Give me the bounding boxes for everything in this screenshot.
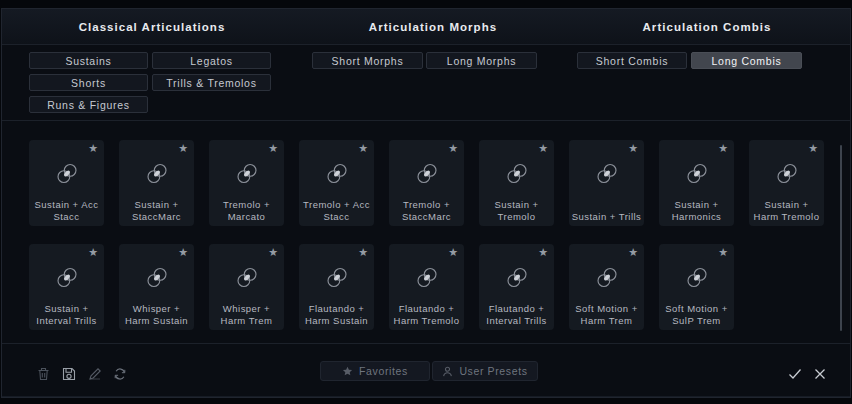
panel-bottom-line — [2, 396, 850, 397]
combi-overlap-circles-icon — [55, 266, 78, 289]
save-icon[interactable] — [61, 366, 76, 381]
favorite-star-icon[interactable]: ★ — [268, 246, 278, 258]
favorite-star-icon[interactable]: ★ — [358, 246, 368, 258]
favorite-star-icon[interactable]: ★ — [538, 142, 548, 154]
favorite-star-icon[interactable]: ★ — [88, 246, 98, 258]
filter-runs-figures[interactable]: Runs & Figures — [29, 96, 148, 113]
preset-card[interactable]: ★Flautando + Harm Sustain — [299, 244, 374, 330]
preset-card-label: Soft Motion + SulP Trem — [661, 303, 732, 326]
preset-card-label: Sustain + Harmonics — [661, 199, 732, 222]
edit-icon[interactable] — [87, 366, 102, 381]
favorite-star-icon[interactable]: ★ — [808, 142, 818, 154]
user-presets-button[interactable]: User Presets — [432, 361, 538, 381]
tab-articulation-combis[interactable]: Articulation Combis — [564, 9, 850, 44]
preset-card-label: Sustain + Harm Tremolo — [751, 199, 822, 222]
preset-card-label: Flautando + Harm Tremolo — [391, 303, 462, 326]
favorite-star-icon[interactable]: ★ — [718, 142, 728, 154]
combi-overlap-circles-icon — [595, 162, 618, 185]
combi-overlap-circles-icon — [685, 266, 708, 289]
preset-card-label: Sustain + Tremolo — [481, 199, 552, 222]
filter-long-combis[interactable]: Long Combis — [691, 52, 802, 69]
filter-short-combis[interactable]: Short Combis — [577, 52, 687, 69]
favorite-star-icon[interactable]: ★ — [88, 142, 98, 154]
check-icon[interactable] — [787, 366, 802, 381]
preset-card-label: Tremolo + Acc Stacc — [301, 199, 372, 222]
filter-short-morphs[interactable]: Short Morphs — [312, 52, 423, 69]
combi-overlap-circles-icon — [775, 162, 798, 185]
favorite-star-icon[interactable]: ★ — [448, 142, 458, 154]
combi-overlap-circles-icon — [325, 266, 348, 289]
preset-card[interactable]: ★Sustain + Trills — [569, 140, 644, 226]
preset-card[interactable]: ★Sustain + StaccMarc — [119, 140, 194, 226]
articulation-presets-panel: Classical Articulations Articulation Mor… — [0, 0, 852, 404]
combi-overlap-circles-icon — [55, 162, 78, 185]
combi-overlap-circles-icon — [145, 162, 168, 185]
close-icon[interactable] — [812, 366, 827, 381]
refresh-icon[interactable] — [112, 366, 127, 381]
preset-card[interactable]: ★Tremolo + Marcato — [209, 140, 284, 226]
user-icon — [442, 366, 453, 377]
preset-card-label: Whisper + Harm Sustain — [121, 303, 192, 326]
favorite-star-icon[interactable]: ★ — [178, 246, 188, 258]
footer-separator — [2, 343, 850, 344]
preset-card[interactable]: ★Sustain + Harm Tremolo — [749, 140, 824, 226]
preset-card[interactable]: ★Whisper + Harm Trem — [209, 244, 284, 330]
user-presets-label: User Presets — [459, 365, 527, 377]
preset-card-label: Soft Motion + Harm Trem — [571, 303, 642, 326]
favorite-star-icon[interactable]: ★ — [358, 142, 368, 154]
favorite-star-icon[interactable]: ★ — [718, 246, 728, 258]
preset-card-label: Sustain + Acc Stacc — [31, 199, 102, 222]
favorites-label: Favorites — [359, 365, 408, 377]
preset-card[interactable]: ★Sustain + Acc Stacc — [29, 140, 104, 226]
filter-shorts[interactable]: Shorts — [29, 74, 148, 91]
filters-separator — [2, 120, 850, 121]
combi-overlap-circles-icon — [505, 266, 528, 289]
preset-card[interactable]: ★Soft Motion + Harm Trem — [569, 244, 644, 330]
preset-card[interactable]: ★Flautando + Harm Tremolo — [389, 244, 464, 330]
preset-card-label: Tremolo + StaccMarc — [391, 199, 462, 222]
combi-overlap-circles-icon — [145, 266, 168, 289]
favorite-star-icon[interactable]: ★ — [268, 142, 278, 154]
favorite-star-icon[interactable]: ★ — [448, 246, 458, 258]
preset-card[interactable]: ★Tremolo + StaccMarc — [389, 140, 464, 226]
preset-card[interactable]: ★Soft Motion + SulP Trem — [659, 244, 734, 330]
filter-sustains[interactable]: Sustains — [29, 52, 148, 69]
combi-overlap-circles-icon — [415, 162, 438, 185]
preset-card-label: Flautando + Harm Sustain — [301, 303, 372, 326]
category-tabbar: Classical Articulations Articulation Mor… — [2, 9, 850, 45]
favorite-star-icon[interactable]: ★ — [538, 246, 548, 258]
preset-card-label: Whisper + Harm Trem — [211, 303, 282, 326]
favorite-star-icon[interactable]: ★ — [628, 142, 638, 154]
combi-overlap-circles-icon — [415, 266, 438, 289]
favorites-button[interactable]: Favorites — [320, 361, 430, 381]
preset-card-label: Flautando + Interval Trills — [481, 303, 552, 326]
preset-card[interactable]: ★Flautando + Interval Trills — [479, 244, 554, 330]
filter-long-morphs[interactable]: Long Morphs — [426, 52, 537, 69]
star-icon — [342, 366, 353, 377]
filter-trills-tremolos[interactable]: Trills & Tremolos — [152, 74, 271, 91]
vertical-scrollbar-thumb[interactable] — [840, 145, 842, 331]
preset-card[interactable]: ★Tremolo + Acc Stacc — [299, 140, 374, 226]
tab-classical-articulations[interactable]: Classical Articulations — [2, 9, 302, 44]
preset-card[interactable]: ★Whisper + Harm Sustain — [119, 244, 194, 330]
preset-card[interactable]: ★Sustain + Harmonics — [659, 140, 734, 226]
preset-card[interactable]: ★Sustain + Interval Trills — [29, 244, 104, 330]
combi-overlap-circles-icon — [505, 162, 528, 185]
combi-overlap-circles-icon — [235, 266, 258, 289]
combi-overlap-circles-icon — [685, 162, 708, 185]
tab-articulation-morphs[interactable]: Articulation Morphs — [302, 9, 564, 44]
preset-card-label: Sustain + StaccMarc — [121, 199, 192, 222]
combi-overlap-circles-icon — [595, 266, 618, 289]
favorite-star-icon[interactable]: ★ — [628, 246, 638, 258]
combi-overlap-circles-icon — [235, 162, 258, 185]
preset-card-label: Sustain + Interval Trills — [31, 303, 102, 326]
favorite-star-icon[interactable]: ★ — [178, 142, 188, 154]
preset-card[interactable]: ★Sustain + Tremolo — [479, 140, 554, 226]
preset-card-label: Tremolo + Marcato — [211, 199, 282, 222]
filter-legatos[interactable]: Legatos — [152, 52, 271, 69]
preset-card-label: Sustain + Trills — [571, 211, 642, 223]
combi-overlap-circles-icon — [325, 162, 348, 185]
trash-icon[interactable] — [36, 366, 51, 381]
